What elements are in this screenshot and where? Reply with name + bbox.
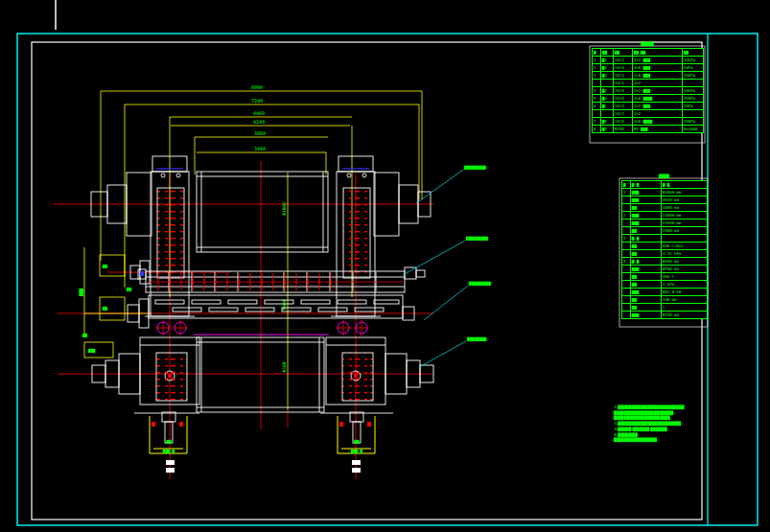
table-cell: 7 xyxy=(593,118,601,126)
table-row: 4▇210/82×2 ▇▇▇20kPa xyxy=(593,87,704,95)
table-row: ▇▇▇Φ155 mm xyxy=(622,312,708,319)
table-cell: 10/1 xyxy=(614,80,633,87)
table-cell: 10/2 xyxy=(614,110,633,118)
table-row: 7▇510/83×8 ▇▇▇▇300Pa xyxy=(593,118,704,126)
table-cell: 1×8 ▇▇▇ xyxy=(633,72,683,80)
table-cell: Φ1060 mm xyxy=(662,189,708,197)
table-cell: ▇▇ xyxy=(631,227,662,235)
table-cell: ▇ ▇ xyxy=(631,258,662,266)
table-row: 3▇ ▇ xyxy=(622,235,708,243)
table-cell: ▇ xyxy=(622,181,631,189)
table-cell: 4 xyxy=(593,87,601,95)
table-row: 10/21×2 xyxy=(593,110,704,118)
table-row: ▇▇ ▇▇ ▇ xyxy=(622,181,708,189)
dim-4240: 4240 xyxy=(253,119,265,125)
table-cell: ▇1 xyxy=(601,57,614,64)
left-end-label: ▇▇ xyxy=(82,333,87,337)
table-cell xyxy=(593,110,601,118)
table-cell: 5 xyxy=(593,95,601,103)
table-cell: ▇ ▇ xyxy=(662,181,708,189)
table-cell xyxy=(622,220,631,227)
table-cell: 3800 mm xyxy=(662,204,708,212)
table-row: ▇▇▇801.8 kN xyxy=(622,289,708,296)
param-table: ▇▇ ▇▇ ▇1▇▇▇Φ1060 mm▇▇▇4920 mm▇▇3800 mm2▇… xyxy=(621,180,708,319)
table-cell: ▇▇ xyxy=(631,250,662,258)
table-row: ▇▇▇4920 mm xyxy=(622,197,708,204)
dim-7240: 7240 xyxy=(251,98,263,104)
left-bracket-label-2: ▇▇ xyxy=(102,306,107,311)
table-cell xyxy=(622,273,631,281)
table-cell: 3×8 ▇▇▇▇ xyxy=(633,95,683,103)
table-cell: 500 r/min xyxy=(662,243,708,250)
table-cell: t xyxy=(662,304,708,312)
table-cell xyxy=(622,243,631,250)
dim-8000: 8000 xyxy=(251,84,263,90)
table-row: 8▇PM/D8M2 ▇▇▇6+4000 xyxy=(593,126,704,133)
left-mid-label: ▇▇ xyxy=(126,287,131,291)
table-cell xyxy=(601,80,614,87)
table-cell: 3 xyxy=(593,72,601,80)
cad-viewport[interactable]: 8000 7240 4460 4240 3860 3460 Φ1060 Φ600… xyxy=(0,0,770,532)
table-cell: 190 mm xyxy=(662,296,708,304)
table-cell xyxy=(622,197,631,204)
table-cell xyxy=(622,204,631,212)
table-row: ▇▇3.32 kPa xyxy=(622,250,708,258)
table-cell: 1×2 ▇▇▇ xyxy=(633,103,683,110)
table-cell: ▇▇▇ xyxy=(631,289,662,296)
table-cell: ▇▇ xyxy=(683,49,704,57)
u-left-top-label: ▇▇ xyxy=(166,439,172,444)
table-cell: 6 xyxy=(593,103,601,110)
table-cell: Φ760 mm xyxy=(662,266,708,273)
dim-4460: 4460 xyxy=(253,110,265,116)
table-row: ▇▇3400 mm xyxy=(622,227,708,235)
table-row: ▇▇▇▇▇▇▇ ▇▇▇▇ xyxy=(593,49,704,57)
table-row: 2▇▇▇21800 mm xyxy=(622,212,708,220)
table-cell xyxy=(622,312,631,319)
table-cell: 10/4 xyxy=(614,72,633,80)
table-cell: 4920 mm xyxy=(662,197,708,204)
table-cell: 21900 mm xyxy=(662,220,708,227)
table-cell: 300Pa xyxy=(683,118,704,126)
table-cell: 801.8 kN xyxy=(662,289,708,296)
technical-notes: 1.▇▇▇▇▇▇▇▇▇▇▇▇▇▇▇▇▇▇▇▇▇▇▇▇▇▇▇▇▇▇▇▇▇▇▇▇▇▇… xyxy=(614,405,710,443)
table-cell: 1 kPa xyxy=(662,281,708,289)
table-cell: 3400 mm xyxy=(662,227,708,235)
u-right-bottom-label: ▇▇▇-▇ xyxy=(350,449,363,453)
table-cell: 2×2 ▇▇▇ xyxy=(633,57,683,64)
table-cell xyxy=(601,110,614,118)
table-cell: ▇2 xyxy=(601,64,614,72)
table-row: ▇▇▇Φ760 mm xyxy=(622,266,708,273)
table-row: ▇▇3800 mm xyxy=(622,204,708,212)
table-cell xyxy=(622,250,631,258)
table-cell: ▇ ▇ xyxy=(631,181,662,189)
table-cell: ▇▇ xyxy=(614,49,633,57)
table-cell: Φ160 mm xyxy=(662,258,708,266)
u-left-bottom-label: ▇▇▇-▇ xyxy=(162,449,175,453)
left-bracket-label-1: ▇▇ xyxy=(102,264,107,268)
table-cell: M/D8 xyxy=(614,126,633,133)
parts-table-title: ▇▇▇▇▇ xyxy=(592,41,703,46)
table-cell: 8 xyxy=(593,126,601,133)
table-cell: 1 xyxy=(593,57,601,64)
table-cell: ▇P xyxy=(601,126,614,133)
table-cell: M2 ▇▇▇ xyxy=(633,126,683,133)
left-box-label: ▇▇▇ xyxy=(87,348,96,353)
table-cell: ▇3 xyxy=(601,95,614,103)
parts-table: ▇▇▇▇▇▇▇ ▇▇▇▇1▇110/22×2 ▇▇▇10kPa2▇210/83×… xyxy=(592,48,704,133)
table-row: 3▇410/41×8 ▇▇▇10kPa xyxy=(593,72,704,80)
table-cell xyxy=(622,227,631,235)
table-cell: ▇2 xyxy=(601,87,614,95)
table-cell: ▇▇ xyxy=(631,296,662,304)
table-cell: 1×2 xyxy=(633,80,683,87)
table-cell: 4 xyxy=(622,258,631,266)
table-cell: 2 xyxy=(622,212,631,220)
table-cell xyxy=(622,266,631,273)
table-cell: ▇▇▇ xyxy=(631,212,662,220)
table-cell: 2kPa xyxy=(683,103,704,110)
table-cell xyxy=(683,80,704,87)
table-cell: ▇▇ xyxy=(631,281,662,289)
table-cell: 2×2 ▇▇▇ xyxy=(633,87,683,95)
table-cell xyxy=(622,304,631,312)
table-cell: 10/8 xyxy=(614,64,633,72)
table-cell: Φ155 mm xyxy=(662,312,708,319)
